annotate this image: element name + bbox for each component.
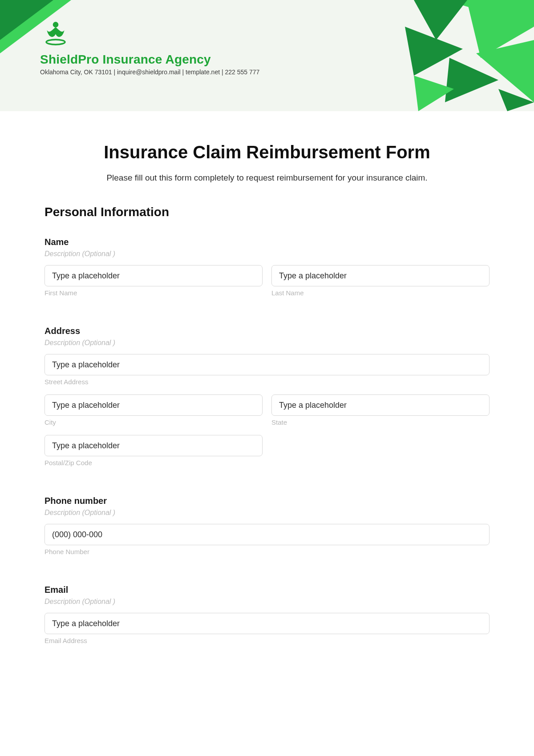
section-personal-info: Personal Information: [44, 205, 490, 219]
company-logo-icon: [40, 18, 71, 49]
desc-phone: Description (Optional ): [44, 509, 490, 517]
form-content: Insurance Claim Reimbursement Form Pleas…: [0, 111, 534, 692]
email-input[interactable]: [44, 613, 490, 634]
sublabel-zip: Postal/Zip Code: [44, 459, 263, 466]
sublabel-email: Email Address: [44, 637, 490, 644]
sublabel-city: City: [44, 418, 263, 426]
company-contact-line: Oklahoma City, OK 73101 | inquire@shield…: [40, 68, 494, 76]
desc-email: Description (Optional ): [44, 598, 490, 606]
label-email: Email: [44, 585, 490, 595]
desc-name: Description (Optional ): [44, 250, 490, 258]
label-address: Address: [44, 326, 490, 336]
last-name-input[interactable]: [271, 265, 490, 286]
zip-input[interactable]: [44, 435, 263, 456]
sublabel-street: Street Address: [44, 378, 490, 386]
state-input[interactable]: [271, 394, 490, 416]
label-name: Name: [44, 237, 490, 247]
street-address-input[interactable]: [44, 354, 490, 375]
label-phone: Phone number: [44, 496, 490, 506]
sublabel-first-name: First Name: [44, 289, 263, 297]
form-title: Insurance Claim Reimbursement Form: [44, 142, 490, 162]
desc-address: Description (Optional ): [44, 339, 490, 347]
field-group-name: Name Description (Optional ) First Name …: [44, 237, 490, 304]
form-intro: Please fill out this form completely to …: [44, 173, 490, 183]
svg-point-11: [46, 40, 65, 44]
field-group-email: Email Description (Optional ) Email Addr…: [44, 585, 490, 651]
sublabel-state: State: [271, 418, 490, 426]
company-name: ShieldPro Insurance Agency: [40, 52, 494, 67]
city-input[interactable]: [44, 394, 263, 416]
page-header: ShieldPro Insurance Agency Oklahoma City…: [0, 0, 534, 111]
first-name-input[interactable]: [44, 265, 263, 286]
field-group-phone: Phone number Description (Optional ) Pho…: [44, 496, 490, 563]
field-group-address: Address Description (Optional ) Street A…: [44, 326, 490, 474]
svg-point-10: [53, 22, 59, 28]
sublabel-phone: Phone Number: [44, 548, 490, 555]
phone-input[interactable]: [44, 524, 490, 545]
sublabel-last-name: Last Name: [271, 289, 490, 297]
